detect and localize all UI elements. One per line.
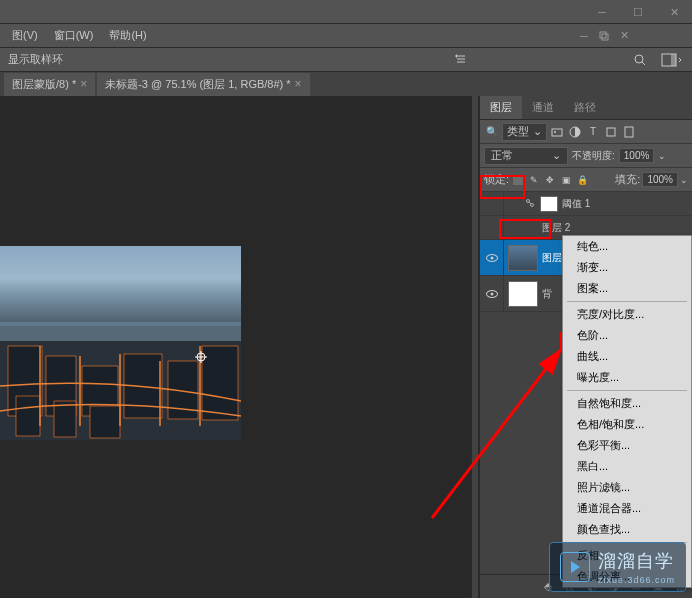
svg-line-3 [642, 62, 645, 65]
visibility-toggle[interactable] [480, 240, 504, 275]
svg-rect-22 [607, 128, 615, 136]
menu-item-solid[interactable]: 纯色... [563, 236, 691, 257]
filter-adjust-icon[interactable] [567, 124, 583, 140]
close-icon[interactable]: × [80, 77, 87, 91]
opacity-label: 不透明度: [572, 149, 615, 163]
document-tab-1[interactable]: 图层蒙版/8) * × [4, 73, 95, 96]
filter-kind-label: 类型 [507, 124, 529, 139]
layer-name: 阈值 1 [562, 197, 590, 211]
close-icon[interactable]: × [295, 77, 302, 91]
chevron-down-icon: ⌄ [552, 149, 561, 162]
layer-name: 背 [542, 287, 552, 301]
chevron-down-icon[interactable]: ⌄ [680, 175, 688, 185]
menu-item-photo-filter[interactable]: 照片滤镜... [563, 477, 691, 498]
svg-rect-23 [625, 127, 633, 137]
close-button[interactable]: ✕ [656, 0, 692, 24]
canvas[interactable] [0, 96, 471, 598]
chevron-down-icon: ⌄ [533, 125, 542, 138]
tab-title: 未标题-3 @ 75.1% (图层 1, RGB/8#) * [105, 77, 290, 92]
lock-pixels-icon[interactable] [511, 173, 525, 187]
svg-rect-0 [600, 32, 606, 38]
svg-rect-16 [54, 401, 76, 437]
tab-paths[interactable]: 路径 [564, 96, 606, 119]
filter-text-icon[interactable]: T [585, 124, 601, 140]
link-icon[interactable] [524, 199, 536, 209]
menu-item-brightness[interactable]: 亮度/对比度... [563, 304, 691, 325]
visibility-toggle[interactable] [480, 216, 504, 239]
opacity-value[interactable]: 100% [619, 148, 655, 163]
svg-rect-24 [513, 175, 523, 185]
blend-mode-select[interactable]: 正常 ⌄ [484, 147, 568, 165]
menu-window[interactable]: 窗口(W) [46, 24, 102, 47]
menu-item-natural-saturation[interactable]: 自然饱和度... [563, 393, 691, 414]
fill-value[interactable]: 100% [642, 172, 678, 187]
layer-thumbnail [508, 245, 538, 271]
search-icon[interactable] [628, 51, 652, 69]
layer-thumbnail [508, 281, 538, 307]
menu-view[interactable]: 图(V) [4, 24, 46, 47]
watermark-url: zixue.3d66.com [598, 575, 675, 585]
svg-rect-19 [552, 129, 562, 136]
svg-rect-6 [0, 246, 241, 326]
watermark: 溜溜自学 zixue.3d66.com [549, 542, 686, 592]
canvas-image [0, 246, 241, 440]
panel-close-icon[interactable]: ✕ [616, 28, 632, 44]
menu-item-pattern[interactable]: 图案... [563, 278, 691, 299]
minimize-button[interactable]: ─ [584, 0, 620, 24]
panel-resize-handle[interactable] [471, 96, 479, 598]
lock-move-icon[interactable]: ✥ [543, 173, 557, 187]
svg-rect-1 [602, 34, 608, 40]
panel-min-icon[interactable]: ─ [576, 28, 592, 44]
menu-separator [567, 390, 687, 391]
fill-label: 填充: [615, 172, 640, 187]
eye-icon [486, 254, 498, 262]
svg-rect-17 [90, 406, 120, 438]
layer-thumbnail [540, 196, 558, 212]
lock-label: 锁定: [484, 172, 509, 187]
lock-brush-icon[interactable]: ✎ [527, 173, 541, 187]
watermark-brand: 溜溜自学 [598, 549, 675, 573]
tab-layers[interactable]: 图层 [480, 96, 522, 119]
search-icon[interactable]: 🔍 [484, 124, 500, 140]
svg-rect-15 [16, 396, 40, 436]
visibility-toggle[interactable] [480, 192, 504, 215]
tab-title: 图层蒙版/8) * [12, 77, 76, 92]
filter-smart-icon[interactable] [621, 124, 637, 140]
maximize-button[interactable]: ☐ [620, 0, 656, 24]
adjustment-context-menu: 纯色... 渐变... 图案... 亮度/对比度... 色阶... 曲线... … [562, 235, 692, 588]
svg-rect-5 [671, 54, 676, 66]
layer-row-threshold[interactable]: 阈值 1 [480, 192, 692, 216]
svg-point-20 [554, 131, 556, 133]
menu-item-channel-mixer[interactable]: 通道混合器... [563, 498, 691, 519]
menu-item-gradient[interactable]: 渐变... [563, 257, 691, 278]
panel-max-icon[interactable] [596, 28, 612, 44]
menu-separator [567, 301, 687, 302]
menu-item-color-lookup[interactable]: 颜色查找... [563, 519, 691, 540]
filter-kind-select[interactable]: 类型 ⌄ [502, 123, 547, 141]
workspace-menu-icon[interactable] [660, 51, 684, 69]
eye-icon [486, 290, 498, 298]
svg-point-2 [635, 55, 643, 63]
filter-shape-icon[interactable] [603, 124, 619, 140]
lock-artboard-icon[interactable]: ▣ [559, 173, 573, 187]
svg-rect-14 [202, 346, 238, 420]
layer-name: 图层 2 [542, 221, 570, 235]
filter-pixel-icon[interactable] [549, 124, 565, 140]
menu-item-exposure[interactable]: 曝光度... [563, 367, 691, 388]
lock-all-icon[interactable]: 🔒 [575, 173, 589, 187]
document-tab-2[interactable]: 未标题-3 @ 75.1% (图层 1, RGB/8#) * × [97, 73, 309, 96]
chevron-down-icon[interactable]: ⌄ [658, 151, 666, 161]
menu-help[interactable]: 帮助(H) [101, 24, 154, 47]
panel-toggle-icon[interactable] [455, 53, 467, 67]
menu-item-color-balance[interactable]: 色彩平衡... [563, 435, 691, 456]
menu-item-hue[interactable]: 色相/饱和度... [563, 414, 691, 435]
menu-item-curves[interactable]: 曲线... [563, 346, 691, 367]
svg-line-27 [529, 202, 531, 204]
tab-channels[interactable]: 通道 [522, 96, 564, 119]
play-icon [560, 552, 590, 582]
visibility-toggle[interactable] [480, 276, 504, 311]
menu-item-bw[interactable]: 黑白... [563, 456, 691, 477]
option-sample-ring: 显示取样环 [8, 52, 63, 67]
menu-item-levels[interactable]: 色阶... [563, 325, 691, 346]
blend-mode-value: 正常 [491, 148, 513, 163]
